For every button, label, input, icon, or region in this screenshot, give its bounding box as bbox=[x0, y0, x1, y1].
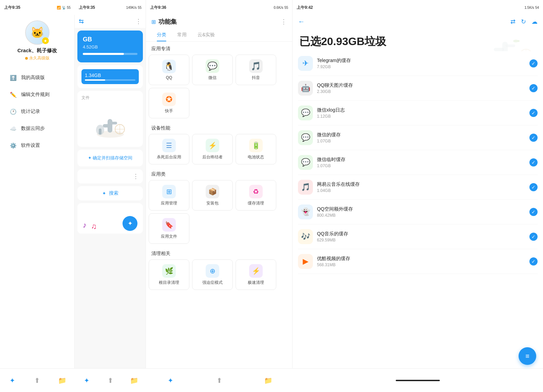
wechat-xlog-size: 1.12GB bbox=[317, 114, 529, 119]
nav-folder-3[interactable]: 📁 bbox=[263, 376, 273, 385]
feature-qq[interactable]: 🐧 QQ bbox=[149, 55, 189, 85]
junk-item-telegram[interactable]: ✈ Telegram的缓存 7.92GB ✓ bbox=[298, 51, 538, 76]
wechat-xlog-icon: 💬 bbox=[298, 105, 313, 120]
nav-folder-1[interactable]: 📁 bbox=[57, 376, 67, 385]
fab-btn[interactable]: ✦ bbox=[123, 216, 137, 231]
nav-upload-3[interactable]: ⬆ bbox=[214, 376, 224, 385]
junk-item-qq-img[interactable]: 🤖 QQ聊天图片缓存 2.30GB ✓ bbox=[298, 76, 538, 101]
panel2-header: ⇆ ⋮ bbox=[75, 15, 146, 28]
nav-upload-1[interactable]: ⬆ bbox=[33, 376, 42, 385]
ocd-label: 强迫症模式 bbox=[202, 280, 223, 286]
refresh-icon[interactable]: ↻ bbox=[521, 18, 526, 25]
qq-space-info: QQ空间额外缓存 800.42MB bbox=[317, 206, 529, 218]
feature-backend[interactable]: ⚡ 后台终结者 bbox=[192, 134, 233, 164]
storage-bar-bg bbox=[83, 53, 137, 55]
nav-clean-3[interactable]: ✦ bbox=[166, 376, 175, 385]
status-bar-1: 上午9:35 📶 📡 55 bbox=[0, 0, 75, 15]
netease-check[interactable]: ✓ bbox=[529, 183, 538, 191]
junk-item-wechat-xlog[interactable]: 💬 微信xlog日志 1.12GB ✓ bbox=[298, 101, 538, 125]
back-button[interactable]: ← bbox=[298, 18, 305, 25]
junk-item-qq-music[interactable]: 🎶 QQ音乐的缓存 629.59MB ✓ bbox=[298, 224, 538, 249]
nav-clean-1[interactable]: ✦ bbox=[8, 376, 17, 385]
menu-item-rules[interactable]: ✏️ 编辑文件规则 bbox=[5, 86, 69, 103]
qq-space-name: QQ空间额外缓存 bbox=[317, 206, 529, 212]
wechat-tmp-check[interactable]: ✓ bbox=[529, 158, 538, 166]
youku-info: 优酷视频的缓存 568.31MB bbox=[317, 256, 529, 267]
cloud-icon: ☁️ bbox=[10, 125, 17, 132]
telegram-check[interactable]: ✓ bbox=[529, 59, 538, 67]
section-device: 设备性能 bbox=[146, 121, 292, 134]
menu-item-history[interactable]: 🕐 统计记录 bbox=[5, 103, 69, 120]
kill-icon: ☰ bbox=[162, 139, 176, 152]
wechat-cache-check[interactable]: ✓ bbox=[529, 134, 538, 142]
panel4-header: ← ⇄ ↻ ☁ bbox=[293, 15, 543, 28]
feature-battery[interactable]: 🔋 电池状态 bbox=[236, 134, 276, 164]
feature-wechat[interactable]: 💬 微信 bbox=[192, 55, 233, 85]
feature-dir[interactable]: 🌿 根目录清理 bbox=[149, 259, 189, 290]
vip-dot bbox=[25, 57, 28, 60]
feature-douyin[interactable]: 🎵 抖音 bbox=[236, 55, 276, 85]
nav-upload-2[interactable]: ⬆ bbox=[106, 376, 115, 385]
kuaishou-icon: ✪ bbox=[162, 93, 176, 106]
switch-icon[interactable]: ⇆ bbox=[79, 18, 84, 25]
speed-4: 1.5K/s bbox=[525, 6, 534, 9]
feature-grid-device: ☰ 杀死后台应用 ⚡ 后台终结者 🔋 电池状态 bbox=[146, 134, 292, 167]
feature-ocd[interactable]: ⊕ 强迫症模式 bbox=[192, 259, 233, 290]
music-section: ♪ ♫ ✦ bbox=[77, 203, 143, 234]
confirm-link[interactable]: ✦ 确定并扫描存储空间 bbox=[83, 155, 137, 161]
file-section: 文件 bbox=[77, 91, 143, 147]
appfile-label: 应用文件 bbox=[161, 234, 177, 239]
music-note1: ♪ bbox=[83, 221, 87, 230]
feature-fast[interactable]: ⚡ 极速清理 bbox=[236, 259, 276, 290]
qq-space-icon: 👻 bbox=[298, 204, 313, 219]
feature-cache[interactable]: ♻ 缓存清理 bbox=[236, 180, 276, 211]
feature-appfile[interactable]: 🔖 应用文件 bbox=[149, 213, 189, 244]
storage-card: GB 4.52GB bbox=[77, 31, 143, 62]
tab-cloud[interactable]: 云&实验 bbox=[192, 28, 220, 41]
fab-icon: ≡ bbox=[525, 352, 529, 360]
confirm-scan-btn[interactable]: ✦ 确定并扫描存储空间 bbox=[77, 150, 143, 166]
junk-item-qq-space[interactable]: 👻 QQ空间额外缓存 800.42MB ✓ bbox=[298, 200, 538, 224]
qq-space-check[interactable]: ✓ bbox=[529, 208, 538, 216]
wechat-xlog-check[interactable]: ✓ bbox=[529, 109, 538, 117]
feature-kill[interactable]: ☰ 杀死后台应用 bbox=[149, 134, 189, 164]
hero-cactus bbox=[475, 28, 543, 51]
qq-img-name: QQ聊天图片缓存 bbox=[317, 82, 529, 89]
storage-title: GB bbox=[83, 36, 137, 43]
svg-point-16 bbox=[518, 40, 520, 42]
qq-img-check[interactable]: ✓ bbox=[529, 84, 538, 92]
feature-apk[interactable]: 📦 安装包 bbox=[192, 180, 233, 211]
panel2-scroll: GB 4.52GB 1.34GB 文件 bbox=[75, 28, 146, 392]
bottom-nav-4 bbox=[293, 368, 543, 392]
douyin-icon: 🎵 bbox=[249, 59, 263, 73]
transfer-icon[interactable]: ⇄ bbox=[510, 18, 516, 25]
storage-bar-fill bbox=[83, 53, 124, 55]
tab-common[interactable]: 常用 bbox=[172, 28, 192, 41]
junk-item-wechat-tmp[interactable]: 💬 微信临时缓存 1.07GB ✓ bbox=[298, 150, 538, 175]
menu-item-premium[interactable]: ⬆️ 我的高级版 bbox=[5, 69, 69, 86]
feature-appmgr[interactable]: ⊞ 应用管理 bbox=[149, 180, 189, 211]
battery-4: 54 bbox=[535, 6, 539, 9]
fab-clean-button[interactable]: ≡ bbox=[519, 347, 536, 365]
qq-music-check[interactable]: ✓ bbox=[529, 233, 538, 241]
more-menu-2[interactable]: ⋮ bbox=[135, 18, 142, 25]
more-menu-3[interactable]: ⋮ bbox=[281, 18, 287, 25]
cloud-upload-icon[interactable]: ☁ bbox=[531, 18, 538, 25]
tab-category[interactable]: 分类 bbox=[151, 28, 172, 41]
junk-item-youku[interactable]: ▶ 优酷视频的缓存 568.31MB ✓ bbox=[298, 249, 538, 274]
junk-item-wechat-cache[interactable]: 💬 微信的缓存 1.07GB ✓ bbox=[298, 125, 538, 150]
menu-list: ⬆️ 我的高级版 ✏️ 编辑文件规则 🕐 统计记录 ☁️ 数据云同步 ⚙️ 软件… bbox=[0, 69, 74, 154]
wechat-tmp-name: 微信临时缓存 bbox=[317, 157, 529, 163]
nav-folder-2[interactable]: 📁 bbox=[129, 376, 139, 385]
feature-kuaishou[interactable]: ✪ 快手 bbox=[149, 88, 189, 118]
junk-item-netease[interactable]: 🎵 网易云音乐在线缓存 1.04GB ✓ bbox=[298, 175, 538, 200]
menu-item-cloud[interactable]: ☁️ 数据云同步 bbox=[5, 120, 69, 137]
section-app-type: 应用类 bbox=[146, 167, 292, 180]
youku-check[interactable]: ✓ bbox=[529, 257, 538, 266]
panel3-header: ⊞ 功能集 ⋮ bbox=[146, 15, 292, 26]
appfile-icon: 🔖 bbox=[162, 218, 176, 232]
nav-clean-2[interactable]: ✦ bbox=[82, 376, 91, 385]
menu-item-settings[interactable]: ⚙️ 软件设置 bbox=[5, 137, 69, 154]
more-dots[interactable]: ⋮ bbox=[133, 173, 139, 180]
search-section[interactable]: ✦ 搜索 bbox=[77, 186, 143, 200]
